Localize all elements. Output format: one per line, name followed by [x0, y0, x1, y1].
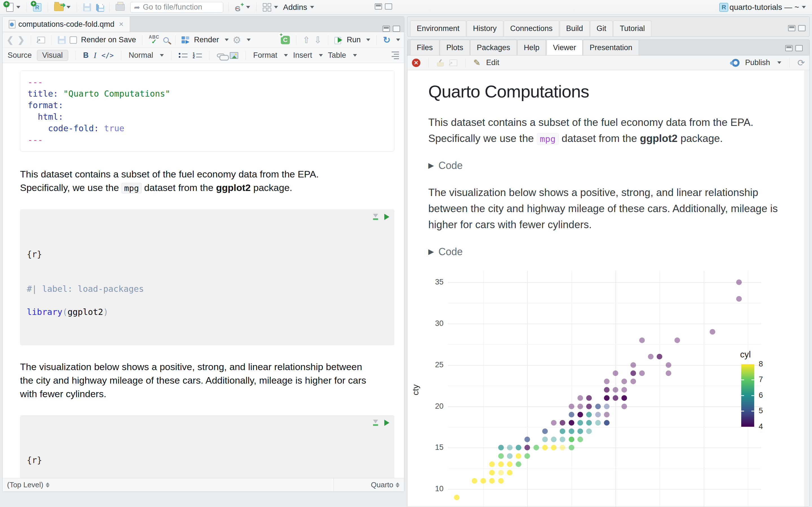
save-all-button[interactable]	[95, 3, 104, 11]
chevron-down-icon[interactable]	[366, 39, 370, 41]
source-mode-button[interactable]: Source	[8, 51, 32, 60]
maximize-pane-icon[interactable]	[393, 25, 400, 32]
rerun-icon[interactable]: ↻	[383, 35, 391, 45]
new-file-button[interactable]: +	[5, 2, 21, 12]
new-project-button[interactable]: R+	[32, 3, 43, 12]
outline-location-selector[interactable]: (Top Level)	[3, 481, 334, 489]
tab-plots[interactable]: Plots	[440, 40, 470, 55]
run-chunk-icon[interactable]	[384, 420, 389, 426]
tab-build[interactable]: Build	[560, 20, 590, 36]
chevron-down-icon[interactable]	[160, 54, 164, 57]
chevron-down-icon[interactable]	[284, 54, 288, 57]
tab-packages[interactable]: Packages	[470, 40, 517, 55]
chevron-down-icon[interactable]	[247, 39, 251, 41]
clear-viewer-icon[interactable]: ✕	[412, 59, 420, 67]
tab-connections[interactable]: Connections	[504, 20, 559, 36]
bullet-list-icon[interactable]	[179, 53, 188, 58]
spellcheck-icon[interactable]: ABC✓	[149, 36, 159, 44]
refresh-icon[interactable]: ⟳	[797, 57, 805, 68]
minimize-pane-icon[interactable]	[785, 45, 793, 51]
print-button[interactable]	[114, 3, 126, 11]
run-button[interactable]: Run	[347, 36, 361, 44]
editor-tab-computations-code-fold[interactable]: computations-code-fold.qmd ×	[3, 17, 130, 32]
tab-history[interactable]: History	[467, 20, 503, 36]
viewer-scrollbar[interactable]	[804, 70, 809, 507]
run-chunk-icon[interactable]	[384, 214, 389, 220]
insert-chunk-button[interactable]: C	[281, 36, 290, 44]
chevron-down-icon[interactable]	[225, 39, 229, 41]
bold-button[interactable]: B	[83, 51, 89, 60]
code-fold-1[interactable]: ▶ Code	[428, 160, 809, 172]
yaml-front-matter[interactable]: ---title: "Quarto Computations"format: h…	[20, 70, 395, 152]
image-icon[interactable]	[230, 52, 238, 59]
minimize-pane-icon[interactable]	[375, 3, 382, 10]
y-gridline-minor	[448, 427, 761, 428]
rendered-paragraph-1: This dataset contains a subset of the fu…	[428, 114, 795, 147]
addins-menu[interactable]: Addins	[282, 2, 315, 12]
close-tab-icon[interactable]: ×	[119, 20, 123, 29]
data-point	[604, 404, 610, 409]
numbered-list-icon[interactable]: 1 2	[193, 53, 202, 58]
tab-files[interactable]: Files	[410, 40, 439, 55]
publish-icon[interactable]	[732, 59, 740, 67]
chevron-down-icon[interactable]	[319, 54, 323, 57]
project-menu[interactable]: R quarto-tutorials — ~	[718, 2, 807, 12]
go-next-chunk-icon[interactable]: ⇩	[314, 35, 322, 45]
tab-git[interactable]: Git	[590, 20, 613, 36]
workspace-panes-button[interactable]	[262, 3, 279, 12]
version-control-button[interactable]: +−G	[234, 2, 251, 13]
open-in-new-window-icon[interactable]	[449, 59, 457, 66]
visual-mode-button[interactable]: Visual	[37, 50, 68, 61]
forward-icon[interactable]: ❯	[17, 35, 24, 45]
chevron-down-icon[interactable]	[396, 39, 400, 41]
tab-tutorial[interactable]: Tutorial	[613, 20, 651, 36]
save-document-icon[interactable]	[58, 36, 66, 44]
chevron-down-icon[interactable]	[353, 54, 357, 57]
code-fold-2[interactable]: ▶ Code	[428, 246, 809, 258]
back-icon[interactable]: ❮	[6, 35, 13, 45]
edit-pencil-icon[interactable]: ✎	[473, 58, 480, 68]
publish-button[interactable]: Publish	[745, 58, 770, 67]
open-in-new-window-icon[interactable]	[37, 37, 45, 43]
code-format-button[interactable]: </>	[101, 52, 114, 59]
code-chunk-scatterplot[interactable]: {r} #| label: scatterplot ggplot(mpg, ae…	[20, 415, 395, 478]
tab-presentation[interactable]: Presentation	[583, 40, 639, 55]
search-icon[interactable]	[163, 37, 169, 43]
italic-button[interactable]: I	[94, 51, 96, 60]
goto-file-function-input[interactable]: ➦ Go to file/function	[130, 2, 223, 13]
maximize-pane-icon[interactable]	[798, 25, 806, 31]
render-button[interactable]: Render	[194, 36, 219, 44]
format-menu[interactable]: Format	[253, 51, 277, 60]
link-icon[interactable]	[217, 54, 225, 57]
tab-help[interactable]: Help	[517, 40, 546, 55]
insert-menu[interactable]: Insert	[293, 51, 312, 60]
edit-button[interactable]: Edit	[486, 58, 499, 67]
save-button[interactable]	[82, 3, 92, 12]
environment-pane: EnvironmentHistoryConnectionsBuildGitTut…	[407, 16, 810, 37]
chevron-down-icon[interactable]	[777, 61, 781, 64]
paragraph-style-select[interactable]: Normal	[129, 51, 153, 60]
broom-icon[interactable]	[437, 59, 444, 66]
gear-icon[interactable]: ⚙	[233, 34, 241, 46]
minimize-pane-icon[interactable]	[383, 25, 390, 32]
tab-environment[interactable]: Environment	[410, 20, 466, 36]
divider	[376, 35, 377, 45]
document-type-selector[interactable]: Quarto	[334, 478, 404, 492]
run-chunks-above-icon[interactable]	[373, 420, 378, 426]
outline-icon[interactable]	[392, 52, 399, 59]
open-folder-icon: ➜	[54, 4, 64, 11]
editor-paragraph-2[interactable]: The visualization below shows a positive…	[20, 360, 370, 401]
maximize-pane-icon[interactable]	[385, 3, 392, 10]
maximize-pane-icon[interactable]	[795, 45, 803, 51]
go-previous-chunk-icon[interactable]: ⇧	[303, 35, 310, 45]
tab-viewer[interactable]: Viewer	[546, 40, 582, 55]
render-on-save-checkbox[interactable]	[70, 36, 77, 44]
code-fold-label: Code	[439, 160, 463, 172]
table-menu[interactable]: Table	[328, 51, 346, 60]
code-chunk-load-packages[interactable]: {r} #| label: load-packages library(ggpl…	[20, 209, 395, 345]
open-file-button[interactable]: ➜	[53, 3, 71, 11]
run-chunks-above-icon[interactable]	[373, 214, 378, 220]
editor-paragraph-1[interactable]: This dataset contains a subset of the fu…	[20, 167, 370, 194]
minimize-pane-icon[interactable]	[788, 25, 795, 31]
document-canvas[interactable]: ---title: "Quarto Computations"format: h…	[3, 63, 404, 478]
